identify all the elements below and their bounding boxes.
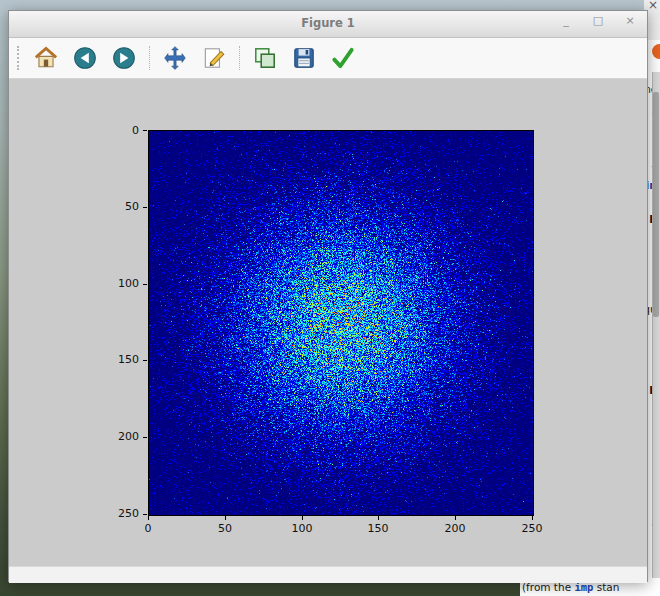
forward-arrow-icon (111, 45, 137, 71)
back-button[interactable] (71, 44, 99, 72)
x-tick-label: 100 (287, 522, 317, 535)
x-tick-label: 50 (210, 522, 240, 535)
window-title: Figure 1 (9, 16, 647, 30)
y-tick-label: 100 (107, 277, 139, 290)
y-tick-label: 0 (107, 124, 139, 137)
minimize-button[interactable]: _ (559, 14, 573, 27)
title-bar[interactable]: Figure 1 _ □ × (9, 11, 647, 38)
home-button[interactable] (32, 44, 60, 72)
x-tick-label: 250 (517, 522, 547, 535)
x-tick-label: 200 (440, 522, 470, 535)
background-scrollbar[interactable] (652, 72, 660, 578)
x-axis-ticks (148, 516, 534, 520)
x-tick-label: 0 (133, 522, 163, 535)
check-icon (330, 45, 356, 71)
home-icon (33, 45, 59, 71)
background-close-icon[interactable]: × (648, 0, 658, 12)
save-button[interactable] (290, 44, 318, 72)
status-bar (9, 566, 647, 583)
back-arrow-icon (72, 45, 98, 71)
y-tick-label: 50 (107, 200, 139, 213)
figure-window: Figure 1 _ □ × (8, 10, 648, 582)
apply-button[interactable] (329, 44, 357, 72)
zoom-rect-button[interactable] (200, 44, 228, 72)
maximize-button[interactable]: □ (591, 14, 605, 27)
y-tick-label: 150 (107, 353, 139, 366)
y-tick-label: 200 (107, 430, 139, 443)
background-scrollbar-thumb[interactable] (653, 92, 659, 317)
y-axis-ticks (143, 130, 147, 516)
forward-button[interactable] (110, 44, 138, 72)
close-button[interactable]: × (623, 14, 637, 27)
figure-canvas: 0 50 100 150 200 250 0 50 100 150 200 25… (9, 79, 647, 566)
y-tick-label: 250 (107, 507, 139, 520)
pan-arrows-icon (162, 45, 188, 71)
window-controls: _ □ × (559, 14, 637, 27)
figure-toolbar (9, 38, 647, 79)
toolbar-separator (239, 46, 240, 70)
plot-image[interactable] (148, 130, 534, 516)
toolbar-grip[interactable] (17, 46, 19, 70)
pan-button[interactable] (161, 44, 189, 72)
configure-subplots-button[interactable] (251, 44, 279, 72)
floppy-save-icon (291, 45, 317, 71)
toolbar-separator (149, 46, 150, 70)
x-tick-label: 150 (363, 522, 393, 535)
subplots-icon (252, 45, 278, 71)
browser-logo-icon (652, 44, 660, 59)
pencil-edit-icon (201, 45, 227, 71)
